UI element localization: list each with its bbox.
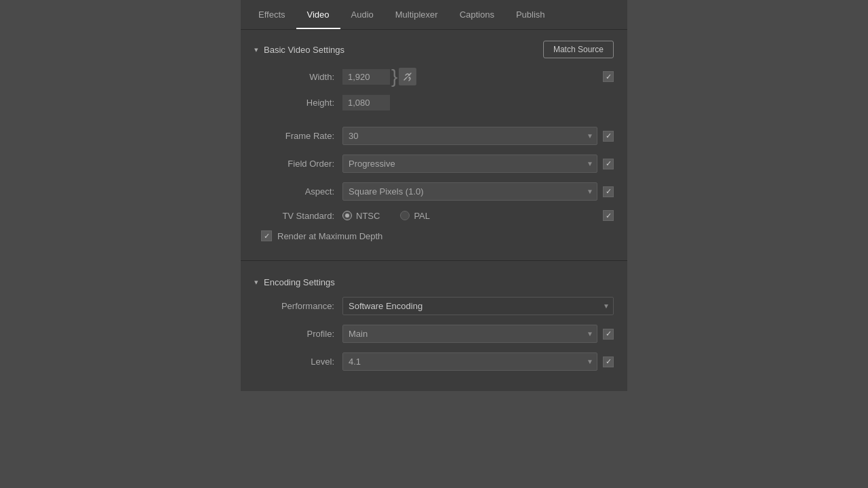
tv-standard-label: TV Standard: (254, 211, 342, 221)
frame-rate-label: Frame Rate: (254, 131, 342, 141)
pal-radio-circle[interactable] (400, 211, 410, 220)
level-select-container: 4.1 ▼ (342, 352, 597, 371)
ntsc-radio[interactable]: NTSC (342, 211, 380, 221)
section-divider (241, 260, 627, 261)
width-checkbox[interactable] (603, 71, 614, 82)
tv-standard-radio-group: NTSC PAL (342, 211, 597, 221)
tab-audio[interactable]: Audio (340, 0, 384, 29)
width-row: Width: } (254, 68, 614, 85)
tab-captions[interactable]: Captions (449, 0, 505, 29)
width-input[interactable] (342, 69, 390, 85)
bracket-right: } (391, 68, 397, 85)
encoding-title: Encoding Settings (264, 277, 335, 287)
render-depth-checkbox[interactable] (261, 230, 272, 241)
tab-multiplexer[interactable]: Multiplexer (384, 0, 449, 29)
tab-video[interactable]: Video (296, 0, 340, 29)
aspect-row: Aspect: Square Pixels (1.0) ▼ (254, 182, 614, 201)
aspect-checkbox[interactable] (603, 186, 614, 197)
height-label: Height: (254, 98, 342, 108)
pal-radio[interactable]: PAL (400, 211, 430, 221)
profile-select-container: Main ▼ (342, 325, 597, 343)
performance-select-container: Software Encoding ▼ (342, 297, 614, 315)
frame-rate-select[interactable]: 30 (342, 127, 597, 145)
encoding-collapse-icon[interactable]: ▾ (254, 278, 258, 287)
main-panel: Effects Video Audio Multiplexer Captions… (241, 0, 627, 391)
link-button[interactable] (399, 68, 416, 85)
basic-video-settings-section: ▾ Basic Video Settings Match Source Widt… (241, 30, 627, 255)
profile-label: Profile: (254, 329, 342, 339)
tab-publish[interactable]: Publish (505, 0, 556, 29)
level-select[interactable]: 4.1 (342, 352, 597, 371)
profile-checkbox[interactable] (603, 329, 614, 340)
match-source-button[interactable]: Match Source (543, 41, 614, 58)
field-order-select[interactable]: Progressive (342, 155, 597, 173)
field-order-label: Field Order: (254, 159, 342, 169)
basic-video-header: ▾ Basic Video Settings Match Source (254, 41, 614, 58)
ntsc-label: NTSC (356, 211, 380, 221)
tab-bar: Effects Video Audio Multiplexer Captions… (241, 0, 627, 30)
frame-rate-row: Frame Rate: 30 ▼ (254, 127, 614, 145)
profile-row: Profile: Main ▼ (254, 325, 614, 343)
field-order-select-container: Progressive ▼ (342, 155, 597, 173)
link-icon-container: } (390, 68, 416, 85)
height-input[interactable] (342, 95, 390, 110)
encoding-settings-section: ▾ Encoding Settings Performance: Softwar… (241, 266, 627, 391)
tab-effects[interactable]: Effects (248, 0, 296, 29)
profile-select[interactable]: Main (342, 325, 597, 343)
pal-label: PAL (414, 211, 430, 221)
render-depth-label: Render at Maximum Depth (277, 231, 382, 241)
basic-video-title: Basic Video Settings (264, 45, 344, 55)
level-row: Level: 4.1 ▼ (254, 352, 614, 371)
render-depth-row: Render at Maximum Depth (254, 230, 614, 241)
level-label: Level: (254, 357, 342, 367)
ntsc-radio-circle[interactable] (342, 211, 352, 220)
level-checkbox[interactable] (603, 357, 614, 367)
aspect-label: Aspect: (254, 186, 342, 197)
performance-label: Performance: (254, 301, 342, 311)
frame-rate-select-container: 30 ▼ (342, 127, 597, 145)
collapse-icon[interactable]: ▾ (254, 45, 258, 54)
link-icon (403, 72, 412, 81)
performance-row: Performance: Software Encoding ▼ (254, 297, 614, 315)
tv-standard-row: TV Standard: NTSC PAL (254, 210, 614, 221)
width-label: Width: (254, 72, 342, 82)
height-row: Height: (254, 95, 614, 110)
aspect-select-container: Square Pixels (1.0) ▼ (342, 182, 597, 201)
field-order-row: Field Order: Progressive ▼ (254, 155, 614, 173)
tv-standard-checkbox[interactable] (603, 210, 614, 221)
performance-select[interactable]: Software Encoding (342, 297, 614, 315)
aspect-select[interactable]: Square Pixels (1.0) (342, 182, 597, 201)
frame-rate-checkbox[interactable] (603, 131, 614, 142)
field-order-checkbox[interactable] (603, 159, 614, 169)
width-input-group: } (342, 68, 595, 85)
height-input-group (342, 95, 614, 110)
encoding-header: ▾ Encoding Settings (254, 277, 614, 287)
